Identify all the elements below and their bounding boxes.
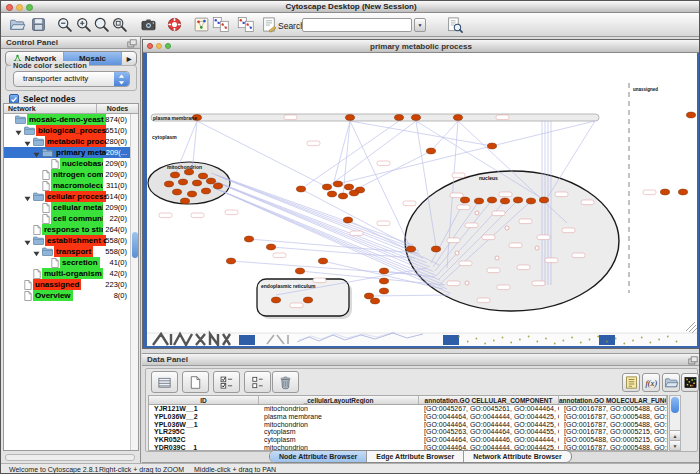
network-node[interactable] xyxy=(180,198,189,204)
network-minimize-button[interactable] xyxy=(156,43,162,49)
network-node[interactable] xyxy=(460,197,469,203)
network-node[interactable] xyxy=(327,191,336,197)
tree-row[interactable]: biological_process651(0) xyxy=(4,125,138,136)
select-attributes-button[interactable] xyxy=(213,371,240,393)
copy-network-2-button[interactable] xyxy=(237,16,255,34)
tree-row[interactable]: secretion41(0) xyxy=(4,257,138,268)
title-bar[interactable]: Cytoscape Desktop (New Session) xyxy=(1,1,700,13)
network-node[interactable] xyxy=(187,191,196,197)
tree-row[interactable]: metabolic process280(0) xyxy=(4,136,138,147)
window-zoom-button[interactable] xyxy=(26,4,33,11)
network-node[interactable] xyxy=(213,183,222,189)
table-row[interactable]: YPL036W__2plasma membrane[GO:0044464, GO… xyxy=(149,413,667,421)
tree-row[interactable]: transport558(0) xyxy=(4,246,138,257)
network-node[interactable] xyxy=(487,197,496,203)
network-node[interactable] xyxy=(338,193,347,199)
network-node[interactable] xyxy=(206,178,215,184)
float-panel-icon[interactable] xyxy=(127,39,137,48)
network-node[interactable] xyxy=(453,115,462,121)
table-vertical-scrollbar[interactable]: ▲ ▼ xyxy=(669,395,681,451)
network-node[interactable] xyxy=(370,298,379,304)
network-node[interactable] xyxy=(343,217,352,223)
region-nucleus[interactable] xyxy=(405,171,619,311)
scrollbar-thumb[interactable] xyxy=(132,232,138,258)
window-resize-grip[interactable] xyxy=(686,322,697,333)
network-node[interactable] xyxy=(296,186,305,192)
search-index-button[interactable] xyxy=(446,16,464,34)
tree-horizontal-scrollbar[interactable] xyxy=(5,454,135,461)
window-minimize-button[interactable] xyxy=(16,4,23,11)
network-node[interactable] xyxy=(411,115,420,121)
function-button[interactable]: f(x) xyxy=(642,373,660,392)
network-node[interactable] xyxy=(184,169,193,175)
table-row[interactable]: YJR121W__1mitochondrion[GO:0045267, GO:0… xyxy=(149,405,667,413)
network-close-button[interactable] xyxy=(147,43,153,49)
network-node[interactable] xyxy=(364,293,373,299)
delete-attribute-button[interactable] xyxy=(272,371,299,393)
network-node[interactable] xyxy=(192,180,201,186)
network-node[interactable] xyxy=(539,197,548,203)
tree-row[interactable]: establishment of lo558(0) xyxy=(4,235,138,246)
network-node[interactable] xyxy=(379,288,388,294)
network-node[interactable] xyxy=(201,188,210,194)
new-attribute-button[interactable] xyxy=(182,371,209,393)
network-node[interactable] xyxy=(333,181,342,187)
zoom-fit-button[interactable] xyxy=(93,16,111,34)
network-canvas[interactable]: plasma membranecytoplasmmitochondrionnuc… xyxy=(147,53,697,346)
network-node[interactable] xyxy=(660,189,669,195)
table-row[interactable]: YPL036W__1mitochondrion[GO:0044464, GO:0… xyxy=(149,421,667,429)
network-zoom-button[interactable] xyxy=(165,43,171,49)
table-column-header[interactable]: annotation.GO CELLULAR_COMPONENT xyxy=(419,396,559,404)
tree-row[interactable]: multi-organism pro42(0) xyxy=(4,268,138,279)
network-node[interactable] xyxy=(431,246,440,252)
window-close-button[interactable] xyxy=(6,4,13,11)
tree-row[interactable]: Overview8(0) xyxy=(4,290,138,301)
tree-row[interactable]: primary metabolic p209(... xyxy=(4,147,138,158)
network-node[interactable] xyxy=(474,198,483,204)
scroll-up-button[interactable]: ▲ xyxy=(670,430,680,440)
tree-row[interactable]: cellular metabol209(0) xyxy=(4,202,138,213)
tree-row[interactable]: nitrogen compou209(0) xyxy=(4,169,138,180)
tab-overflow-button[interactable]: ▶ xyxy=(122,52,136,65)
import-button[interactable] xyxy=(662,373,680,392)
network-node[interactable] xyxy=(170,172,179,178)
network-node[interactable] xyxy=(379,278,388,284)
scrollbar-thumb[interactable] xyxy=(671,397,679,413)
network-node[interactable] xyxy=(322,184,331,190)
search-dropdown-button[interactable]: ▼ xyxy=(414,18,426,32)
attribute-table-button[interactable] xyxy=(151,371,178,393)
tree-row[interactable]: mosaic-demo-yeast874(0) xyxy=(4,114,138,125)
node-color-dropdown[interactable]: transporter activity xyxy=(13,71,130,87)
table-column-header[interactable]: annotation.GO MOLECULAR_FUNCTION xyxy=(559,396,667,404)
network-node[interactable] xyxy=(686,112,695,118)
network-node[interactable] xyxy=(198,173,207,179)
network-node[interactable] xyxy=(426,148,435,154)
network-node[interactable] xyxy=(271,297,280,303)
network-node[interactable] xyxy=(345,115,354,121)
zoom-selected-button[interactable] xyxy=(111,16,129,34)
network-node[interactable] xyxy=(172,189,181,195)
snapshot-button[interactable] xyxy=(140,16,158,34)
zoom-out-button[interactable] xyxy=(56,16,74,34)
network-node[interactable] xyxy=(487,143,496,149)
tree-row[interactable]: nucleobase-c209(0) xyxy=(4,158,138,169)
tree-vertical-scrollbar[interactable] xyxy=(130,114,138,450)
network-node[interactable] xyxy=(303,297,312,303)
save-button[interactable] xyxy=(30,16,48,34)
network-node[interactable] xyxy=(379,268,388,274)
network-node[interactable] xyxy=(406,246,415,252)
open-file-button[interactable] xyxy=(9,16,27,34)
table-row[interactable]: YLR295Ccytoplasm[GO:0045263, GO:0044464,… xyxy=(149,428,667,436)
network-node[interactable] xyxy=(678,189,687,195)
tree-row[interactable]: response to stimulu264(0) xyxy=(4,224,138,235)
tree-row[interactable]: cell communicati22(0) xyxy=(4,213,138,224)
region-plasma-membrane[interactable] xyxy=(151,114,599,121)
resize-grip[interactable] xyxy=(690,465,700,474)
scroll-down-button[interactable]: ▼ xyxy=(670,440,680,450)
network-view-button[interactable] xyxy=(193,16,211,34)
network-node[interactable] xyxy=(164,181,173,187)
table-row[interactable]: YKR052Ccytoplasm[GO:0044464, GO:0044446,… xyxy=(149,436,667,444)
zoom-in-button[interactable] xyxy=(75,16,93,34)
search-input[interactable] xyxy=(302,18,412,32)
matrix-button[interactable] xyxy=(681,373,699,392)
